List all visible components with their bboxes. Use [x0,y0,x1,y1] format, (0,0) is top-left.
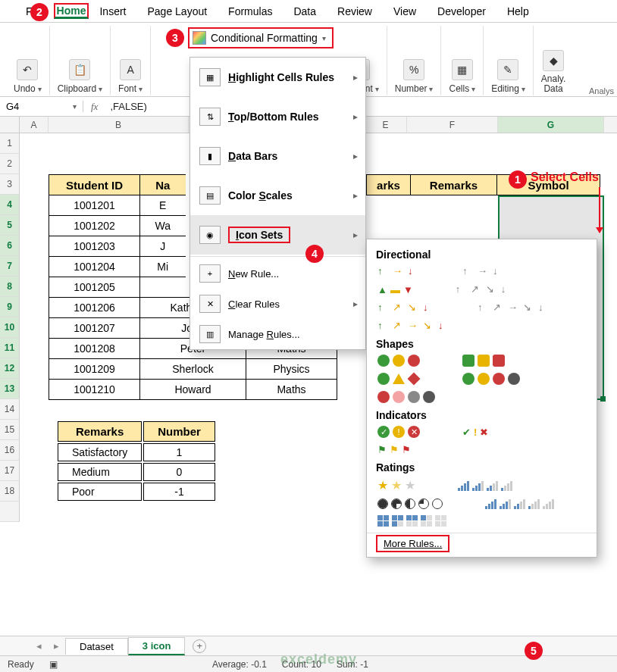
row-hdr[interactable]: 13 [0,379,20,399]
cell[interactable]: Poor [58,483,142,501]
col-E[interactable]: E [365,117,407,133]
menu-new-rule[interactable]: +New Rule... [190,258,365,289]
iconset-3trafficlights[interactable] [377,355,420,367]
iconset-3symbols-circled[interactable]: ✓!✕ [377,426,420,438]
row-hdr[interactable]: 8 [0,277,20,297]
iconset-3flags[interactable]: ⚑⚑⚑ [377,444,411,455]
sheet-tab-dataset[interactable]: Dataset [65,638,128,655]
cell-subject[interactable]: Maths [246,380,337,400]
cell-subject[interactable]: Physics [246,359,337,380]
sheet-nav-prev[interactable]: ◂ [30,640,48,652]
menu-data-bars[interactable]: ▮Data Bars▸ [190,136,365,176]
menu-icon-sets[interactable]: ◉Icon Sets▸ [190,215,365,255]
tab-view[interactable]: View [383,2,427,20]
iconset-5boxes[interactable] [377,515,446,527]
row-hdr[interactable]: 5 [0,215,20,236]
cell-id[interactable]: 1001206 [49,298,140,318]
formula-input[interactable]: ,FALSE) [105,101,151,112]
cell-id[interactable]: 1001209 [49,359,140,380]
row-hdr[interactable]: 6 [0,236,20,256]
iconset-4trafficlights[interactable] [462,373,520,385]
add-sheet-button[interactable]: + [193,639,206,653]
cell-id[interactable]: 1001207 [49,318,140,339]
group-number[interactable]: %Number▾ [387,26,442,95]
cell-id[interactable]: 1001202 [49,216,140,236]
record-macro-icon[interactable]: ▣ [49,659,58,670]
row-hdr[interactable]: 10 [0,317,20,338]
cell[interactable]: 1 [143,443,215,461]
iconset-3triangles[interactable]: ▲▬▼ [377,283,413,295]
cell[interactable]: -1 [143,483,215,501]
iconset-5quarters[interactable] [377,499,443,509]
cell-name[interactable]: Mi [140,257,186,277]
tab-help[interactable]: Help [496,2,540,20]
row-hdr[interactable]: 4 [0,195,20,215]
menu-top-bottom[interactable]: ⇅Top/Bottom Rules▸ [190,97,365,136]
cell-name[interactable] [140,277,186,298]
iconset-5arrows-gray[interactable]: ↑↗→↘↓ [478,302,550,314]
group-clipboard[interactable]: 📋Clipboard▾ [50,26,111,95]
cell[interactable]: 0 [143,463,215,481]
iconset-3arrows-color[interactable]: ↑→↓ [377,265,420,277]
menu-color-scales[interactable]: ▤Color Scales▸ [190,176,365,215]
iconset-4arrows-color[interactable]: ↑↗↘↓ [377,302,435,314]
col-G[interactable]: G [498,117,604,133]
iconset-3trafficlights-rimmed[interactable] [462,355,505,367]
iconset-5arrows-color[interactable]: ↑↗→↘↓ [377,320,450,332]
menu-highlight-cells[interactable]: ▦Highlight Cells Rules▸ [190,58,365,97]
iconset-4arrows-gray[interactable]: ↑↗↘↓ [456,283,513,295]
tab-formulas[interactable]: Formulas [218,2,283,20]
tab-insert[interactable]: Insert [89,2,136,20]
group-cells[interactable]: ▦Cells▾ [441,26,484,95]
iconset-redtoblack[interactable] [377,391,435,403]
cell-name[interactable]: E [140,195,186,216]
row-hdr[interactable]: 11 [0,338,20,358]
iconset-3symbols[interactable]: ✔!✖ [462,426,488,438]
cell-id[interactable]: 1001203 [49,236,140,257]
menu-manage-rules[interactable]: ▥Manage Rules... [190,319,365,349]
row-hdr[interactable]: 12 [0,358,20,379]
group-undo[interactable]: ↶Undo▾ [6,26,50,95]
row-hdr[interactable]: 17 [0,461,20,481]
iconset-4ratings[interactable] [458,478,512,492]
cell-name[interactable]: J [140,236,186,257]
cell-id[interactable]: 1001204 [49,257,140,277]
row-hdr[interactable] [0,502,20,522]
row-hdr[interactable]: 7 [0,256,20,277]
iconset-5ratings[interactable] [485,499,554,509]
group-font[interactable]: AFont▾ [111,26,151,95]
group-analyze[interactable]: ◆Analy.Data [534,26,573,95]
tab-home[interactable]: Home [54,3,89,19]
menu-more-rules[interactable]: More Rules... [376,538,587,549]
conditional-formatting-button[interactable]: Conditional Formatting ▾ [188,27,334,48]
cell[interactable]: Satisfactory [58,443,142,461]
col-B[interactable]: B [49,117,189,133]
cell-id[interactable]: 1001210 [49,380,140,400]
cell-id[interactable]: 1001208 [49,339,140,359]
cell-name[interactable]: Sherlock [140,359,246,380]
iconset-3stars[interactable]: ★★★ [377,478,415,492]
tab-data[interactable]: Data [283,2,327,20]
tab-review[interactable]: Review [327,2,383,20]
row-hdr[interactable]: 1 [0,133,20,154]
name-box[interactable]: G4▾ [0,101,83,112]
tab-developer[interactable]: Developer [427,2,496,20]
fx-icon[interactable]: fx [83,101,105,113]
iconset-3signs[interactable] [377,373,420,385]
cell-name[interactable]: Wa [140,216,186,236]
row-hdr[interactable]: 16 [0,440,20,461]
menu-clear-rules[interactable]: ✕Clear Rules▸ [190,289,365,319]
group-editing[interactable]: ✎Editing▾ [484,26,534,95]
sheet-tab-3icon[interactable]: 3 icon [128,637,186,655]
sheet-nav-next[interactable]: ▸ [48,640,65,652]
iconset-3arrows-gray[interactable]: ↑→↓ [462,265,505,277]
row-hdr[interactable]: 2 [0,154,20,174]
row-hdr[interactable]: 14 [0,399,20,420]
col-F[interactable]: F [407,117,498,133]
fill-handle[interactable] [600,396,606,402]
cell-id[interactable]: 1001205 [49,277,140,298]
cell[interactable]: Medium [58,463,142,481]
col-A[interactable]: A [20,117,49,133]
row-hdr[interactable]: 18 [0,481,20,502]
tab-pagelayout[interactable]: Page Layout [136,2,218,20]
